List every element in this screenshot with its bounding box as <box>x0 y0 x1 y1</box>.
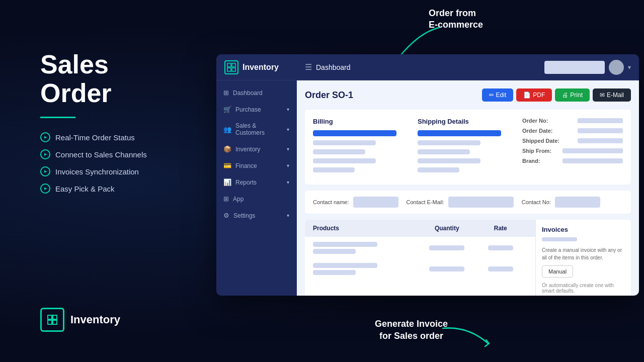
sidebar-item-app-left: ⊞ App <box>223 195 244 203</box>
svg-rect-4 <box>227 63 231 67</box>
print-button[interactable]: 🖨 Print <box>555 88 590 102</box>
print-icon: 🖨 <box>562 92 568 99</box>
invoice-desc: Create a manual invoice with any or all … <box>542 246 625 261</box>
sidebar-item-reports-left: 📊 Reports <box>223 178 257 186</box>
purchase-icon: 🛒 <box>223 106 231 113</box>
sidebar-item-inventory-left: 📦 Inventory <box>223 145 260 153</box>
feature-item-3: Invoices Synchronization <box>40 166 201 176</box>
sidebar-item-purchase-label: Purchase <box>235 106 261 113</box>
table-row-2 <box>313 263 527 279</box>
invoice-panel-title: Invoices <box>542 226 625 233</box>
billing-bar-2 <box>313 140 376 145</box>
brand-label: Brand: <box>522 158 540 164</box>
app-body: ⊞ Dashboard 🛒 Purchase ▾ 👥 Sales & Custo… <box>216 80 639 296</box>
dashboard-icon: ⊞ <box>223 89 229 97</box>
sidebar-item-purchase[interactable]: 🛒 Purchase ▾ <box>216 101 296 118</box>
meta-ship-from: Ship From: <box>522 148 623 154</box>
shipping-bar-2 <box>418 140 480 145</box>
manual-button[interactable]: Manual <box>542 265 573 278</box>
row-2-quantity-bar <box>429 266 464 272</box>
app-nav-title: ☰ Dashboard <box>305 62 544 72</box>
edit-icon: ✏ <box>489 92 494 99</box>
bottom-logo: Inventory <box>40 308 120 332</box>
shipping-bar-1 <box>418 130 501 136</box>
pdf-button[interactable]: 📄 PDF <box>516 88 552 102</box>
sidebar-item-reports[interactable]: 📊 Reports ▾ <box>216 174 296 191</box>
inventory-icon: 📦 <box>223 145 231 153</box>
hamburger-icon[interactable]: ☰ <box>305 62 312 72</box>
sales-chevron-icon: ▾ <box>287 127 289 132</box>
shipping-label: Shipping Details <box>418 118 522 125</box>
svg-rect-3 <box>53 320 57 324</box>
col-rate-header: Rate <box>474 225 528 232</box>
sidebar-item-dashboard-left: ⊞ Dashboard <box>223 89 263 97</box>
contact-email-input[interactable] <box>448 197 514 208</box>
sidebar-item-app[interactable]: ⊞ App <box>216 191 296 207</box>
sidebar-item-dashboard[interactable]: ⊞ Dashboard <box>216 84 296 101</box>
feature-item-2: Connect to Sales Channels <box>40 149 201 159</box>
meta-order-no: Order No: <box>522 118 623 124</box>
order-no-label: Order No: <box>522 118 548 124</box>
sidebar-item-sales[interactable]: 👥 Sales & Customers ▾ <box>216 118 296 141</box>
sidebar-item-reports-label: Reports <box>235 179 257 186</box>
svg-rect-5 <box>232 63 235 67</box>
row-1-product-bar2 <box>313 249 356 254</box>
feature-item-1: Real-Time Order Status <box>40 132 201 142</box>
table-row-1 <box>313 242 527 258</box>
row-1-rate <box>474 245 528 254</box>
contact-no-input[interactable] <box>555 197 600 208</box>
sidebar-item-finance[interactable]: 💳 Finance ▾ <box>216 157 296 174</box>
invoice-arrow <box>438 323 498 353</box>
sidebar-item-purchase-left: 🛒 Purchase <box>223 106 261 113</box>
contact-name-input[interactable] <box>353 197 398 208</box>
logo-svg <box>47 314 58 325</box>
billing-bar-5 <box>313 167 355 172</box>
billing-bar-1 <box>313 130 396 136</box>
email-button[interactable]: ✉ E-Mail <box>593 88 631 102</box>
edit-button[interactable]: ✏ Edit <box>482 88 514 102</box>
billing-bar-4 <box>313 158 376 163</box>
contact-email-label: Contact E-Mail: <box>407 199 444 205</box>
app-logo-area: Inventory <box>224 60 305 74</box>
reports-chevron-icon: ▾ <box>287 179 289 185</box>
ecommerce-annotation: Order fromE-commerce <box>429 8 483 31</box>
sidebar-item-sales-label: Sales & Customers <box>235 122 283 136</box>
contact-email-field: Contact E-Mail: <box>407 197 514 208</box>
ship-from-label: Ship From: <box>522 148 551 154</box>
invoice-panel-bar <box>542 237 577 241</box>
sidebar-item-app-label: App <box>233 196 244 203</box>
sidebar-item-inventory[interactable]: 📦 Inventory ▾ <box>216 141 296 157</box>
topbar-search-bar <box>544 61 605 74</box>
sales-order-title: Sales Order <box>40 50 201 108</box>
order-header: Order SO-1 ✏ Edit 📄 PDF 🖨 Print <box>305 88 631 102</box>
order-actions: ✏ Edit 📄 PDF 🖨 Print ✉ E-Mail <box>482 88 631 102</box>
finance-icon: 💳 <box>223 162 231 169</box>
sidebar-item-finance-left: 💳 Finance <box>223 162 257 169</box>
svg-rect-0 <box>48 315 52 319</box>
row-2-product-bar1 <box>313 263 377 268</box>
table-rows <box>305 237 535 289</box>
invoice-annotation-label: Generate Invoicefor Sales order <box>375 318 448 342</box>
meta-shipped-date: Shipped Date: <box>522 138 623 144</box>
invoice-panel: Invoices Create a manual invoice with an… <box>535 220 631 296</box>
billing-column: Billing <box>313 118 418 176</box>
row-1-quantity <box>420 245 474 254</box>
inventory-chevron-icon: ▾ <box>287 146 289 152</box>
user-avatar[interactable] <box>609 60 624 75</box>
main-content: Order SO-1 ✏ Edit 📄 PDF 🖨 Print <box>297 80 639 296</box>
app-logo-icon <box>224 60 238 74</box>
finance-chevron-icon: ▾ <box>287 163 289 168</box>
svg-rect-7 <box>232 68 235 71</box>
meta-brand: Brand: <box>522 158 623 164</box>
sidebar-item-settings[interactable]: ⚙ Settings ▾ <box>216 207 296 224</box>
products-table: Products Quantity Rate <box>305 220 535 296</box>
app-topbar-right: ▾ <box>544 60 631 75</box>
col-products-header: Products <box>313 225 420 232</box>
order-date-value <box>578 128 623 133</box>
sales-icon: 👥 <box>223 126 231 133</box>
brand-value <box>562 158 623 163</box>
row-1-quantity-bar <box>429 245 464 250</box>
feature-icon-1 <box>40 132 50 142</box>
row-1-product <box>313 242 420 258</box>
avatar-chevron-icon[interactable]: ▾ <box>628 64 631 71</box>
